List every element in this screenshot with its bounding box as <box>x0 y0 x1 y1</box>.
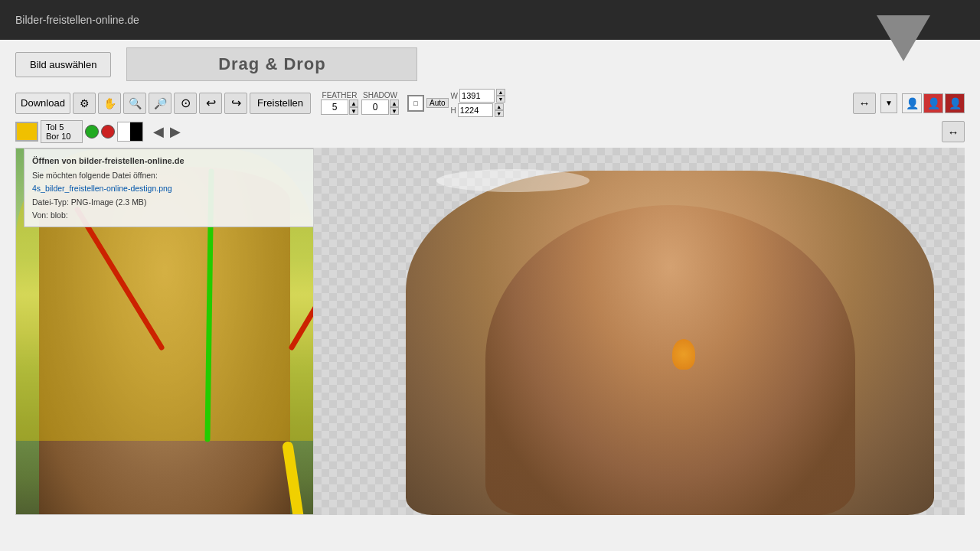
right-toolbar-section: ↔ ▼ 👤 👤 👤 <box>853 93 965 114</box>
settings-button[interactable]: ⚙ <box>73 93 96 114</box>
popup-title: Öffnen von bilder-freistellen-online.de <box>32 154 306 168</box>
feather-input[interactable]: 5 <box>321 99 348 115</box>
floral-crown <box>436 169 590 192</box>
dropdown-button[interactable]: ▼ <box>880 93 897 113</box>
hand-tool-button[interactable]: ✋ <box>98 93 121 114</box>
user-icon-button[interactable]: 👤 <box>902 93 922 113</box>
right-arrow-button[interactable]: ▶ <box>167 122 184 142</box>
bor-value: 10 <box>61 132 70 141</box>
lasso-icon: ⊙ <box>181 96 191 110</box>
user-red2-icon: 👤 <box>949 97 962 109</box>
canvas-icon: □ <box>407 95 424 112</box>
tol-bor-display: Tol 5 Bor 10 <box>41 120 83 143</box>
red-dot-button[interactable] <box>101 125 115 139</box>
shadow-input[interactable]: 0 <box>361 99 389 115</box>
width-input[interactable]: 1391 <box>459 89 495 103</box>
expand2-icon: ↔ <box>948 126 959 139</box>
popup-line3: Von: blob: <box>32 209 306 222</box>
zoom-in-button[interactable]: 🔍 <box>123 93 146 114</box>
main-content: Bild auswählen Drag & Drop Download ⚙ ✋ … <box>0 40 980 523</box>
expand-button[interactable]: ↔ <box>853 93 876 114</box>
redo-button[interactable]: ↪ <box>224 93 247 114</box>
image-panels: Öffnen von bilder-freistellen-online.de … <box>15 148 965 515</box>
shadow-up-button[interactable]: ▲ <box>390 99 399 107</box>
auto-label: Auto <box>426 98 449 108</box>
color-yellow-button[interactable] <box>15 122 38 142</box>
shadow-control: SHADOW 0 ▲ ▼ <box>361 91 399 115</box>
w-up-btn[interactable]: ▲ <box>496 89 505 96</box>
height-row: H 1224 ▲ ▼ <box>451 103 505 117</box>
shadow-label: SHADOW <box>363 91 397 99</box>
upload-row: Bild auswählen Drag & Drop <box>15 47 965 81</box>
original-image-panel[interactable]: Öffnen von bilder-freistellen-online.de … <box>15 148 314 515</box>
shadow-down-button[interactable]: ▼ <box>390 107 399 115</box>
result-image-panel[interactable] <box>314 148 965 515</box>
h-down-btn[interactable]: ▼ <box>495 110 504 117</box>
zoom-out-button[interactable]: 🔎 <box>149 93 172 114</box>
download-arrow-shape <box>877 15 930 61</box>
site-title: Bilder-freistellen-online.de <box>15 14 139 26</box>
canvas-indicator: □ Auto <box>407 95 449 112</box>
undo-button[interactable]: ↩ <box>199 93 222 114</box>
user-icon-red-button[interactable]: 👤 <box>923 93 943 113</box>
face-gradient <box>485 205 855 515</box>
h-label: H <box>451 106 456 115</box>
lasso-button[interactable]: ⊙ <box>174 93 197 114</box>
h-spinners: ▲ ▼ <box>495 103 504 117</box>
undo-icon: ↩ <box>206 96 216 110</box>
green-dot-button[interactable] <box>85 125 99 139</box>
tol-display: Tol 5 <box>46 122 77 132</box>
feather-control: FEATHER 5 ▲ ▼ <box>321 91 358 115</box>
height-input[interactable]: 1224 <box>458 103 493 117</box>
w-spinners: ▲ ▼ <box>496 89 505 103</box>
popup-tooltip: Öffnen von bilder-freistellen-online.de … <box>24 148 314 227</box>
user-icons-group: 👤 👤 👤 <box>902 93 965 113</box>
lr-arrows-group: ◀ ▶ <box>150 122 184 142</box>
expand2-button[interactable]: ↔ <box>942 121 965 142</box>
w-label: W <box>451 92 458 100</box>
tol-value: 5 <box>59 122 64 132</box>
expand-icon: ↔ <box>859 96 871 109</box>
left-arrow-button[interactable]: ◀ <box>150 122 167 142</box>
feather-shadow-section: FEATHER 5 ▲ ▼ SHADOW 0 ▲ ▼ <box>321 91 399 115</box>
zoom-out-icon: 🔎 <box>154 97 167 109</box>
user-red-icon: 👤 <box>927 97 940 109</box>
woman-cutout <box>406 171 934 515</box>
zoom-in-icon: 🔍 <box>129 97 142 109</box>
flower-element <box>672 339 695 370</box>
hand-icon: ✋ <box>103 97 116 109</box>
feather-spinners: ▲ ▼ <box>349 99 358 115</box>
h-up-btn[interactable]: ▲ <box>495 103 504 110</box>
tol-label: Tol <box>46 122 57 132</box>
wh-display: W 1391 ▲ ▼ H 1224 ▲ ▼ <box>451 89 505 117</box>
feather-down-button[interactable]: ▼ <box>349 107 358 115</box>
popup-line1: Sie möchten folgende Datei öffnen: <box>32 169 306 182</box>
user-icon-red2-button[interactable]: 👤 <box>945 93 965 113</box>
shadow-spinners: ▲ ▼ <box>390 99 399 115</box>
bor-display: Bor 10 <box>46 132 77 141</box>
top-bar: Bilder-freistellen-online.de <box>0 0 980 40</box>
toolbar2-right: ↔ <box>942 121 965 142</box>
auto-select-wrapper: Auto <box>426 98 449 108</box>
feather-up-button[interactable]: ▲ <box>349 99 358 107</box>
width-row: W 1391 ▲ ▼ <box>451 89 505 103</box>
shadow-preview-button[interactable] <box>117 122 143 142</box>
user-icon: 👤 <box>906 97 919 109</box>
bor-label: Bor <box>46 132 59 141</box>
drag-drop-zone[interactable]: Drag & Drop <box>126 47 417 81</box>
freistellen-button[interactable]: Freistellen <box>250 93 311 114</box>
popup-filename: 4s_bilder_freistellen-online-destign.png <box>32 182 306 195</box>
download-arrow-indicator <box>873 0 934 77</box>
popup-line2: Datei-Typ: PNG-Image (2.3 MB) <box>32 196 306 209</box>
toolbar-row1: Download ⚙ ✋ 🔍 🔎 ⊙ ↩ ↪ Freistellen FEATH… <box>15 89 965 117</box>
bild-auswahlen-button[interactable]: Bild auswählen <box>15 52 111 77</box>
redo-icon: ↪ <box>231 96 241 110</box>
w-down-btn[interactable]: ▼ <box>496 96 505 103</box>
gear-icon: ⚙ <box>80 97 90 109</box>
download-button[interactable]: Download <box>15 93 70 114</box>
toolbar-row2: Tol 5 Bor 10 ◀ ▶ ↔ <box>15 120 965 143</box>
feather-label: FEATHER <box>322 91 358 99</box>
